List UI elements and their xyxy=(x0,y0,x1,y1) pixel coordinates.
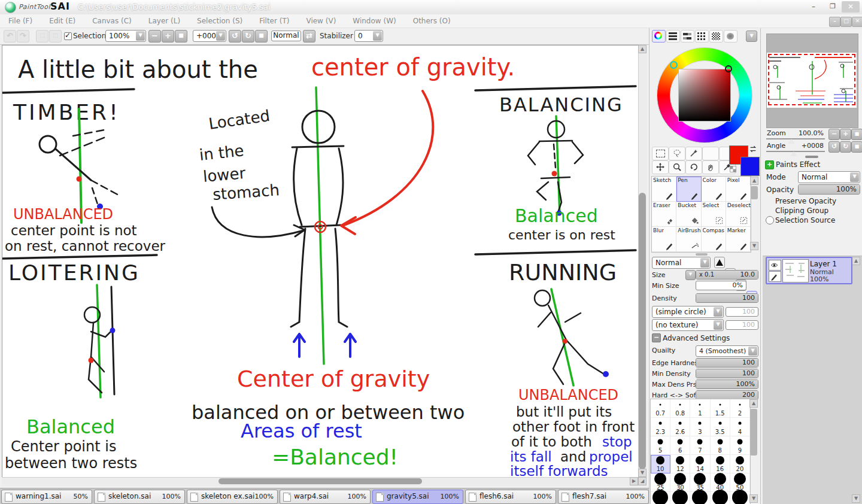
brush-size-cell[interactable] xyxy=(690,492,710,504)
canvas[interactable]: A little bit about the center of gravity… xyxy=(2,45,639,478)
zoom-out-button[interactable]: − xyxy=(148,30,161,42)
tool-cell[interactable]: Eraser xyxy=(652,202,676,227)
density-slider[interactable]: 100 xyxy=(696,293,758,303)
document-tab[interactable]: warp4.sai 100% xyxy=(280,490,371,504)
selection-source-radio[interactable] xyxy=(766,216,774,224)
canvas-corner-button[interactable]: ◢ xyxy=(638,477,646,485)
rgb-sliders-tab[interactable] xyxy=(666,30,680,42)
brush-size-cell[interactable]: 14 xyxy=(690,455,710,473)
secondary-color-swatch[interactable] xyxy=(740,157,760,176)
size-grid-scrollbar-thumb[interactable] xyxy=(750,409,757,456)
brush-size-cell[interactable]: 2.6 xyxy=(670,418,690,436)
brush-size-cell[interactable]: 6 xyxy=(670,436,690,455)
layer-visibility-toggle[interactable] xyxy=(769,260,781,271)
saturation-value-square[interactable] xyxy=(678,69,731,122)
nav-zoom-slider-handle[interactable] xyxy=(788,139,795,144)
brush-size-cell[interactable]: 10 xyxy=(651,455,670,473)
hand-tool[interactable] xyxy=(702,160,719,174)
brush-size-cell[interactable]: 8 xyxy=(711,436,730,455)
tool-grid-scroll-up-icon[interactable]: ▲ xyxy=(750,177,758,185)
document-tab[interactable]: warning1.sai 50% xyxy=(1,490,92,504)
zoom-combo[interactable]: 100% ▼ xyxy=(105,30,146,42)
stabilizer-combo[interactable]: 0 ▼ xyxy=(354,30,383,42)
panel-chevron-down-icon[interactable]: ▼ xyxy=(746,31,757,42)
brush-size-cell[interactable]: 9 xyxy=(730,436,750,455)
tool-cell[interactable]: Blur xyxy=(652,227,676,252)
chevron-down-icon[interactable]: ▼ xyxy=(850,172,859,182)
selection-to-layer-button[interactable]: ⬚ xyxy=(36,30,48,42)
layer-opacity-slider[interactable]: 100% xyxy=(798,184,860,195)
color-wheel-tab[interactable] xyxy=(652,30,666,42)
rect-select-tool[interactable] xyxy=(652,147,669,160)
transparent-color-icon[interactable] xyxy=(729,165,737,173)
rotate-ccw-button[interactable]: ↺ xyxy=(229,30,241,42)
canvas-horizontal-scrollbar-thumb[interactable] xyxy=(218,478,422,484)
brush-size-cell[interactable] xyxy=(670,492,690,504)
menu-item[interactable]: Edit (E) xyxy=(49,17,75,25)
brush-size-cell[interactable]: 5 xyxy=(651,436,670,455)
brush-texture-combo[interactable]: (no texture) ▼ xyxy=(652,319,724,331)
tool-cell[interactable]: Bucket xyxy=(676,202,701,227)
sv-cursor[interactable] xyxy=(725,65,732,72)
nav-zoom-out-button[interactable]: − xyxy=(828,129,840,140)
panel-resize-handle[interactable] xyxy=(696,253,708,256)
panel-resize-handle[interactable] xyxy=(805,156,818,158)
min-size-slider[interactable]: 0% xyxy=(696,281,746,290)
chevron-down-icon[interactable]: ▼ xyxy=(714,320,723,330)
layer-list[interactable] xyxy=(763,256,862,504)
tool-cell[interactable]: Select xyxy=(702,202,726,227)
restore-button[interactable]: ❐ xyxy=(824,1,842,13)
scratchpad-tab[interactable] xyxy=(724,30,737,42)
brush-size-cell[interactable]: 1.5 xyxy=(711,399,730,418)
brush-size-cell[interactable]: 2 xyxy=(730,399,750,418)
brush-size-cell[interactable]: 3 xyxy=(690,418,710,436)
angle-combo[interactable]: +000° ▼ xyxy=(193,30,226,42)
nav-zoom-reset-button[interactable]: ■ xyxy=(851,129,862,140)
document-tab[interactable]: flesh6.sai 100% xyxy=(465,490,556,504)
angle-reset-button[interactable]: ■ xyxy=(255,30,268,42)
tool-cell[interactable]: Pen xyxy=(676,177,701,202)
menu-item[interactable]: Layer (L) xyxy=(148,17,180,25)
scroll-up-icon[interactable]: ▲ xyxy=(638,45,646,53)
close-button[interactable]: ✕ xyxy=(842,1,860,13)
size-grid-scroll-down-icon[interactable]: ▼ xyxy=(749,494,758,503)
expand-icon[interactable]: + xyxy=(765,160,774,169)
brush-size-cell[interactable]: 1 xyxy=(690,399,710,418)
nav-zoom-in-button[interactable]: + xyxy=(840,129,851,140)
brush-size-cell[interactable]: 20 xyxy=(730,455,750,473)
brush-size-cell[interactable] xyxy=(730,492,750,504)
tool-cell[interactable]: Pixel xyxy=(726,177,751,202)
menu-item[interactable]: File (F) xyxy=(8,17,32,25)
swatches-tab[interactable] xyxy=(709,30,723,42)
brush-shape-strength[interactable]: 100 xyxy=(726,307,758,317)
brush-size-cell[interactable] xyxy=(711,492,730,504)
empty-tool-slot[interactable] xyxy=(702,147,719,160)
rotate-tool[interactable] xyxy=(685,160,702,174)
nav-rotate-cw-button[interactable]: ↻ xyxy=(840,141,851,153)
brush-size-cell[interactable]: 3.5 xyxy=(711,418,730,436)
layer-mode-combo[interactable]: Normal ▼ xyxy=(798,171,860,183)
chevron-down-icon[interactable]: ▼ xyxy=(216,31,225,41)
swap-colors-icon[interactable] xyxy=(749,145,757,153)
menu-item[interactable]: View (V) xyxy=(306,17,336,25)
doc-restore-button[interactable]: □ xyxy=(840,17,852,27)
brush-size-cell[interactable]: 12 xyxy=(670,455,690,473)
navigator-viewport-rect[interactable] xyxy=(768,54,855,105)
tool-grid-scroll-down-icon[interactable]: ▼ xyxy=(750,242,758,250)
min-density-slider[interactable]: 100 xyxy=(696,369,758,378)
brush-size-cell[interactable]: 4 xyxy=(730,418,750,436)
zoom-tool[interactable] xyxy=(669,160,685,174)
nav-angle-slider-handle[interactable] xyxy=(790,151,797,156)
tool-cell[interactable]: Compas xyxy=(702,227,726,252)
zoom-in-button[interactable]: + xyxy=(162,30,174,42)
color-mixer-tab[interactable] xyxy=(695,30,709,42)
canvas-vertical-scrollbar-thumb[interactable] xyxy=(639,193,646,469)
doc-close-button[interactable]: ✕ xyxy=(852,17,862,27)
menu-item[interactable]: Selection (S) xyxy=(197,17,242,25)
edge-hardness-slider[interactable]: 100 xyxy=(696,358,758,368)
brush-size-cell[interactable]: 0.8 xyxy=(670,399,690,418)
selection-checkbox[interactable] xyxy=(64,32,72,40)
size-grid-scroll-up-icon[interactable]: ▲ xyxy=(749,399,758,408)
brush-size-cell[interactable] xyxy=(651,492,670,504)
rotate-cw-button[interactable]: ↻ xyxy=(242,30,254,42)
